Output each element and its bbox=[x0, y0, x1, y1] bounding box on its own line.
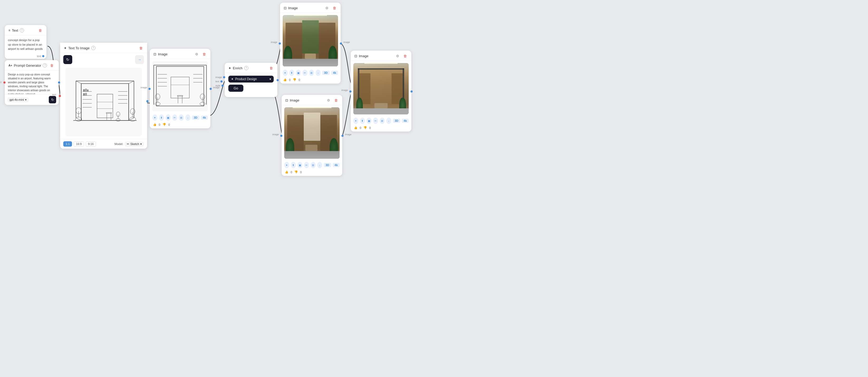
center-output-dot[interactable] bbox=[210, 88, 212, 90]
br-thumbdown-icon[interactable]: 👎 bbox=[294, 170, 298, 174]
enrich-delete-btn[interactable]: 🗑 bbox=[269, 65, 274, 71]
enrich-style-dot[interactable] bbox=[221, 85, 224, 87]
br-upscale-btn[interactable]: ⬆ bbox=[291, 162, 296, 168]
upscale-btn[interactable]: ⬆ bbox=[159, 115, 164, 121]
br-output-dot[interactable] bbox=[341, 135, 344, 137]
br-4k-tag[interactable]: 4k bbox=[333, 163, 340, 167]
center-image-settings-btn[interactable]: ⚙ bbox=[194, 52, 199, 57]
br-delete-btn[interactable]: 🗑 bbox=[333, 98, 339, 103]
crop-btn[interactable]: ⊞ bbox=[179, 115, 184, 121]
center-input-dot[interactable] bbox=[149, 88, 151, 90]
tr-thumbdown-icon[interactable]: 👎 bbox=[293, 78, 297, 82]
svg-line-4 bbox=[129, 81, 134, 84]
go-button[interactable]: Go bbox=[228, 85, 243, 92]
prompt-refresh-btn[interactable]: ↻ bbox=[49, 96, 56, 103]
br-enhance-btn[interactable]: ✦ bbox=[284, 162, 289, 168]
style-dropdown[interactable]: ✦ Product Design ▾ bbox=[228, 76, 274, 83]
frt-filter-btn[interactable]: ▣ bbox=[367, 118, 372, 124]
frt-download-btn[interactable]: ↓ bbox=[386, 118, 391, 124]
4k-tag[interactable]: 4k bbox=[201, 116, 208, 120]
frt-enhance-btn[interactable]: ✦ bbox=[353, 118, 358, 124]
frt-adjust-btn[interactable]: ✂ bbox=[373, 118, 378, 124]
frt-3d-tag[interactable]: 3D bbox=[393, 119, 400, 123]
thumbdown-icon[interactable]: 👎 bbox=[162, 123, 166, 126]
prompt-output-dot[interactable] bbox=[58, 82, 60, 84]
top-right-settings-btn[interactable]: ⚙ bbox=[324, 5, 330, 10]
enrich-text-dot[interactable] bbox=[220, 81, 222, 83]
br-settings-btn[interactable]: ⚙ bbox=[326, 98, 331, 103]
text-delete-btn[interactable]: 🗑 bbox=[37, 28, 43, 33]
frt-delete-btn[interactable]: 🗑 bbox=[402, 53, 408, 59]
top-right-output: image bbox=[339, 41, 342, 45]
thumbup-icon[interactable]: 👍 bbox=[153, 123, 157, 126]
frt-output-dot[interactable] bbox=[410, 90, 413, 93]
adjust-btn[interactable]: ✂ bbox=[172, 115, 177, 121]
tr-adjust-btn[interactable]: ✂ bbox=[303, 70, 307, 76]
br-thumbup-icon[interactable]: 👍 bbox=[285, 170, 288, 174]
bottom-right-image-header: ⊡ Image ⚙ 🗑 bbox=[282, 95, 342, 105]
t2i-delete-btn[interactable]: 🗑 bbox=[138, 45, 144, 51]
top-right-input-dot[interactable] bbox=[279, 42, 281, 44]
t2i-refresh-btn[interactable]: ↻ bbox=[63, 55, 72, 64]
top-right-output-dot[interactable] bbox=[340, 42, 342, 44]
center-thumbup-count: 0 bbox=[159, 123, 160, 126]
frt-thumbdown-icon[interactable]: 👎 bbox=[363, 126, 367, 129]
tr-thumbup-icon[interactable]: 👍 bbox=[283, 78, 287, 82]
frt-input-dot[interactable] bbox=[349, 90, 351, 93]
frt-thumbup-count: 0 bbox=[360, 126, 361, 129]
text-node-header: ≡ Text ? 🗑 bbox=[5, 25, 46, 35]
frt-thumbup-icon[interactable]: 👍 bbox=[354, 126, 358, 129]
frt-vote-bar: 👍 0 👎 0 bbox=[351, 125, 411, 131]
svg-line-3 bbox=[76, 81, 81, 84]
br-adjust-btn[interactable]: ✂ bbox=[304, 162, 309, 168]
br-crop-btn[interactable]: ⊞ bbox=[311, 162, 316, 168]
frt-upscale-btn[interactable]: ⬆ bbox=[360, 118, 365, 124]
frt-crop-btn[interactable]: ⊞ bbox=[380, 118, 385, 124]
br-input-label: image bbox=[272, 133, 279, 136]
prompt-input-label: TEXT bbox=[0, 81, 2, 84]
top-right-image-node: ⊡ Image ⚙ 🗑 image image bbox=[280, 3, 341, 84]
tr-filter-btn[interactable]: ▣ bbox=[296, 70, 301, 76]
tr-thumbdown-count: 0 bbox=[299, 78, 300, 82]
enrich-help-icon[interactable]: ? bbox=[244, 66, 248, 70]
br-3d-tag[interactable]: 3D bbox=[324, 163, 331, 167]
top-right-photo bbox=[283, 15, 338, 66]
prompt-delete-btn[interactable]: 🗑 bbox=[49, 63, 54, 68]
br-filter-btn[interactable]: ▣ bbox=[298, 162, 303, 168]
text-output-dot[interactable] bbox=[42, 55, 44, 57]
enrich-output-dot[interactable] bbox=[277, 79, 279, 81]
svg-point-56 bbox=[200, 102, 205, 105]
t2i-arrow-btn[interactable]: → bbox=[135, 55, 144, 64]
frt-image-title: Image bbox=[359, 54, 368, 58]
top-right-delete-btn[interactable]: 🗑 bbox=[332, 5, 337, 10]
frt-4k-tag[interactable]: 4k bbox=[402, 119, 409, 123]
prompt-help-icon[interactable]: ? bbox=[43, 63, 47, 67]
3d-tag[interactable]: 3D bbox=[192, 116, 199, 120]
text-help-icon[interactable]: ? bbox=[20, 28, 24, 32]
aspect-9-16-btn[interactable]: 9:16 bbox=[86, 141, 96, 147]
tr-4k-tag[interactable]: 4k bbox=[331, 71, 338, 75]
tr-upscale-btn[interactable]: ⬆ bbox=[289, 70, 294, 76]
tr-download-btn[interactable]: ↓ bbox=[316, 70, 321, 76]
t2i-help-icon[interactable]: ? bbox=[91, 46, 95, 50]
tr-enhance-btn[interactable]: ✦ bbox=[283, 70, 288, 76]
prompt-input-dot[interactable] bbox=[3, 82, 5, 84]
t2i-output-dot[interactable] bbox=[146, 100, 149, 102]
enrich-image-dot[interactable] bbox=[223, 76, 225, 78]
frt-settings-btn[interactable]: ⚙ bbox=[395, 53, 400, 59]
br-download-btn[interactable]: ↓ bbox=[317, 162, 322, 168]
t2i-model-select[interactable]: ✏ Sketch ▾ bbox=[125, 142, 144, 147]
tr-crop-btn[interactable]: ⊞ bbox=[309, 70, 314, 76]
center-image-delete-btn[interactable]: 🗑 bbox=[202, 52, 207, 57]
filter-btn[interactable]: ▣ bbox=[165, 115, 170, 121]
enhance-btn[interactable]: ✦ bbox=[152, 115, 157, 121]
model-select[interactable]: gpt-4o-mini ▾ bbox=[7, 97, 29, 102]
svg-rect-35 bbox=[106, 113, 112, 113]
svg-rect-17 bbox=[83, 93, 85, 95]
download-btn[interactable]: ↓ bbox=[185, 115, 190, 121]
aspect-16-9-btn[interactable]: 16:9 bbox=[73, 141, 84, 147]
tr-3d-tag[interactable]: 3D bbox=[322, 71, 330, 75]
aspect-1-1-btn[interactable]: 1:1 bbox=[63, 141, 72, 147]
br-input-dot[interactable] bbox=[280, 135, 282, 137]
t2i-input-dot[interactable] bbox=[59, 95, 61, 97]
